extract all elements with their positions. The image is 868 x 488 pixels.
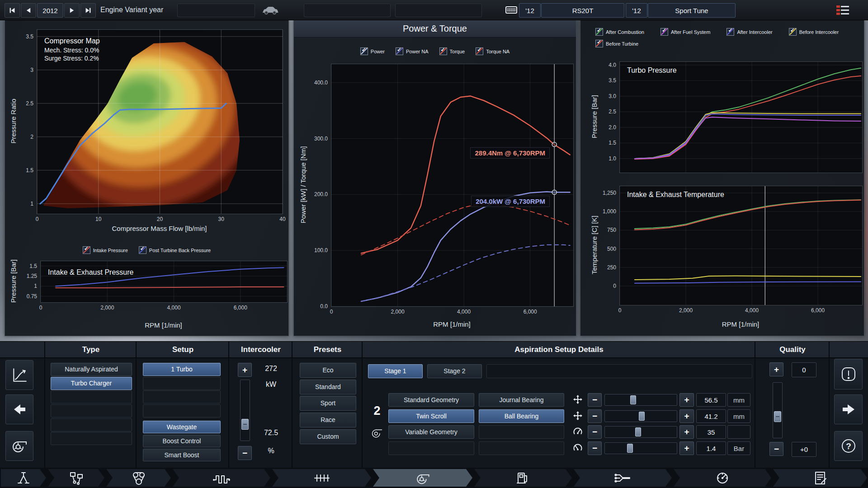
legend-power-na[interactable]: ✓ Power NA [396,47,429,55]
y-tick-label: 3.0 [609,93,616,99]
ar-ratio-decrease[interactable]: − [588,425,602,439]
warnings-button[interactable] [834,359,863,389]
quality-slider[interactable] [773,382,783,438]
legend-power[interactable]: ✓ Power [360,47,385,55]
type-empty-slot [51,418,132,432]
tab-aspiration[interactable] [373,469,472,487]
tab-head[interactable] [272,469,371,487]
setup-wastegate[interactable]: Wastegate [143,421,221,433]
geometry-variable[interactable]: Variable Geometry [388,425,474,439]
car-icon [261,4,279,18]
legend-before-intercooler[interactable]: ✓ Before Intercooler [789,28,839,36]
tab-engine-block[interactable] [48,469,104,487]
engine-variant-name[interactable]: Sport Tune [648,3,736,18]
camshaft-icon [313,471,330,485]
legend-before-turbine[interactable]: ✓ Before Turbine [595,40,638,47]
help-icon: ? [840,437,858,455]
ar-ratio-handle[interactable] [635,427,641,436]
ar-ratio-increase[interactable]: + [679,425,694,439]
gauge-dial-icon [715,471,730,485]
quality-increase-button[interactable]: + [769,362,783,376]
legend-torque-na[interactable]: ✓ Torque NA [476,47,509,55]
tab-intake[interactable] [1,469,46,487]
boost-pressure-handle[interactable] [627,444,633,453]
preset-race[interactable]: Race [300,413,356,427]
previous-button[interactable] [21,3,36,18]
preset-eco[interactable]: Eco [300,363,356,378]
dyno-chart-button[interactable] [5,360,33,390]
tab-top-end[interactable] [106,469,171,487]
boost-pressure-slider[interactable] [604,442,677,454]
x-tick-label: 0 [39,305,42,311]
turbine-size-slider[interactable] [604,410,677,422]
boost-pressure-value[interactable]: 1.4 [696,441,726,455]
tab-dyno[interactable] [674,469,771,487]
quality-slider-handle[interactable] [774,411,781,422]
compressor-panel: Pressure Ratio [5,20,289,336]
compressor-size-handle[interactable] [630,395,636,404]
help-button[interactable]: ? [834,431,863,461]
preset-sport[interactable]: Sport [300,396,356,411]
preset-standard[interactable]: Standard [300,380,356,394]
setup-smart-boost[interactable]: Smart Boost [143,449,221,461]
temperature-x-axis-label: RPM [1/min] [619,320,862,328]
menu-icon[interactable] [835,5,851,17]
y-tick-label: 0.0 [320,303,328,310]
keyboard-icon[interactable] [505,6,517,16]
legend-after-fuel-system[interactable]: ✓ After Fuel System [660,28,710,36]
compressor-size-decrease[interactable]: − [588,393,602,407]
intercooler-slider[interactable] [240,380,250,441]
engine-family-name[interactable]: RS20T [541,3,624,18]
legend-torque[interactable]: ✓ Torque [439,47,465,55]
turbine-size-value[interactable]: 41.2 [696,409,726,423]
forward-button[interactable] [834,394,863,424]
compressor-size-slider[interactable] [604,394,677,406]
tab-stage-1[interactable]: Stage 1 [368,364,423,378]
next-button[interactable] [64,3,80,18]
back-button[interactable] [5,394,33,424]
preset-custom[interactable]: Custom [300,429,356,444]
y-tick-label: 0 [613,283,616,289]
boost-pressure-increase[interactable]: + [679,441,694,455]
bearing-ball[interactable]: Ball Bearing [479,409,564,423]
compressor-size-increase[interactable]: + [679,393,694,407]
ar-ratio-value[interactable]: 35 [696,425,726,439]
compressor-size-value[interactable]: 56.5 [696,393,726,407]
legend-after-combustion[interactable]: ✓ After Combustion [595,28,644,36]
tab-bottom-end[interactable] [173,469,270,487]
legend-post-turbine-back-pressure[interactable]: ✓ Post Turbine Back Pressure [139,246,211,254]
turbine-size-handle[interactable] [639,412,645,421]
turbo-pressure-y-axis-label: Pressure [Bar] [590,95,598,138]
tab-stage-2[interactable]: Stage 2 [427,364,482,378]
skip-to-last-button[interactable] [80,3,96,18]
intercooler-decrease-button[interactable]: − [238,446,252,460]
surge-stress-readout: Surge Stress: 0.2% [44,54,100,63]
type-turbo-charger[interactable]: Turbo Charger [51,377,132,390]
legend-intake-pressure[interactable]: ✓ Intake Pressure [83,246,128,254]
turbine-size-increase[interactable]: + [679,409,694,423]
turbo-tool-button[interactable] [5,431,33,461]
turbine-size-unit: mm [727,409,750,423]
tab-exhaust[interactable] [574,469,672,487]
boost-pressure-decrease[interactable]: − [588,441,602,455]
geometry-standard[interactable]: Standard Geometry [388,393,474,407]
tab-test-results[interactable] [773,469,867,487]
quality-decrease-button[interactable]: − [769,442,783,456]
legend-label: Torque NA [486,49,509,54]
geometry-twin-scroll[interactable]: Twin Scroll [388,409,474,423]
intercooler-capacity-unit: kW [254,380,288,389]
skip-to-first-button[interactable] [5,3,20,18]
temperature-chart: Intake & Exhaust Temperature 02,0004,000… [619,186,863,305]
turbine-size-decrease[interactable]: − [588,409,602,423]
tab-fuel-system[interactable] [474,469,572,487]
legend-after-intercooler[interactable]: ✓ After Intercooler [726,28,772,36]
type-naturally-aspirated[interactable]: Naturally Aspirated [51,363,132,376]
intercooler-increase-button[interactable]: + [238,363,252,377]
bearing-journal[interactable]: Journal Bearing [479,393,564,407]
legend-label: After Combustion [606,29,644,35]
turbo-pressure-title: Turbo Pressure [627,66,677,75]
ar-ratio-slider[interactable] [604,426,677,438]
intercooler-slider-handle[interactable] [241,419,249,430]
setup-one-turbo[interactable]: 1 Turbo [143,363,221,376]
setup-boost-control[interactable]: Boost Control [143,435,221,447]
